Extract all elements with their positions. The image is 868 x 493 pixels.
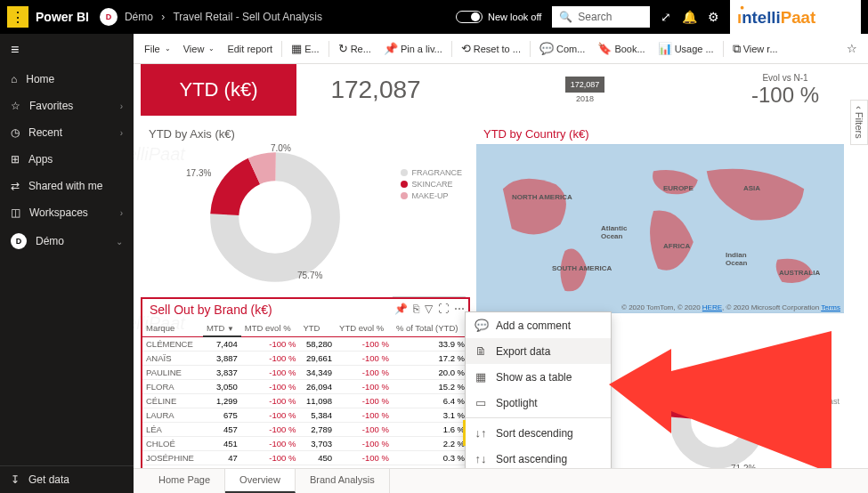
ctx-spotlight[interactable]: ▭Spotlight (466, 390, 611, 416)
new-look-toggle[interactable]: New look off (456, 11, 541, 23)
view-related-button[interactable]: ⧉View r... (727, 38, 783, 60)
col-mtd[interactable]: MTD ▼ (203, 320, 241, 336)
ytd-by-country-visual[interactable]: YTD by Country (k€) NORTH AMERICA SOUTH … (475, 123, 845, 327)
refresh-button[interactable]: ↻Re... (333, 38, 377, 59)
sidebar-item-demo[interactable]: D Démo ⌄ (0, 226, 134, 256)
table-row[interactable]: LÉA457-100 %2,789-100 %1.6 % (142, 423, 468, 437)
usage-button[interactable]: 📊Usage ... (653, 38, 719, 59)
kpi-ytd-value[interactable]: 172,087 (300, 64, 451, 116)
app-launcher-icon[interactable]: ⋮⋮⋮ (7, 6, 28, 28)
search-input[interactable]: 🔍 Search (552, 6, 650, 28)
sidebar-item-apps[interactable]: ⊞Apps (0, 146, 134, 173)
brand-table[interactable]: MarqueMTD ▼MTD evol %YTDYTD evol %% of T… (142, 320, 468, 468)
ctx-show-table[interactable]: ▦Show as a table (466, 364, 611, 390)
sell-out-by-brand-visual[interactable]: Sell Out by Brand (k€) 📌 ⎘ ▽ ⛶ ⋯ MarqueM… (141, 297, 470, 468)
ctx-sort-asc[interactable]: ↑↓Sort ascending (466, 446, 611, 468)
nav-icon: ◫ (11, 206, 20, 219)
report-toolbar: File⌄ View⌄ Edit report ▦E... ↻Re... 📌Pi… (134, 34, 868, 64)
kpi-ytd-label[interactable]: YTD (k€) (141, 64, 296, 116)
col--of-total-ytd-[interactable]: % of Total (YTD) (393, 320, 468, 336)
ctx-sort-desc[interactable]: ↓↑Sort descending (463, 420, 611, 446)
pin-visual-icon[interactable]: 📌 (394, 303, 408, 315)
fullscreen-icon[interactable]: ⤢ (661, 10, 671, 24)
filter-visual-icon[interactable]: ▽ (425, 303, 433, 315)
more-options-icon[interactable]: ⋯ (454, 303, 465, 315)
settings-icon[interactable]: ⚙ (708, 10, 719, 24)
chevron-right-icon: › (120, 101, 123, 111)
ctx-export-data[interactable]: 🗎Export data (466, 338, 611, 364)
favorite-button[interactable]: ☆ (841, 38, 863, 59)
table-row[interactable]: FLORA3,050-100 %26,094-100 %15.2 % (142, 380, 468, 394)
edit-report-button[interactable]: Edit report (222, 40, 278, 58)
export-icon: 🗎 (475, 344, 487, 358)
bookmark-button[interactable]: 🔖Book... (592, 38, 650, 59)
copy-visual-icon[interactable]: ⎘ (413, 303, 419, 315)
table-row[interactable]: PAULINE3,837-100 %34,349-100 %20.0 % (142, 366, 468, 380)
notifications-icon[interactable]: 🔔 (682, 10, 697, 24)
nav-sidebar: ≡ ⌂Home☆Favorites›◷Recent›⊞Apps⇄Shared w… (0, 34, 134, 493)
nav-icon: ◷ (11, 126, 20, 139)
year-slicer[interactable]: 172,087 2018 (563, 64, 607, 116)
view-menu[interactable]: View⌄ (178, 40, 221, 58)
visual-context-menu: 💬Add a comment 🗎Export data ▦Show as a t… (465, 311, 612, 468)
related-icon: ⧉ (733, 42, 741, 56)
page-tab-overview[interactable]: Overview (225, 469, 296, 493)
filters-pane-toggle[interactable]: ‹ Filters (850, 100, 868, 145)
sidebar-item-workspaces[interactable]: ◫Workspaces› (0, 199, 134, 226)
map-chart[interactable]: NORTH AMERICA SOUTH AMERICA EUROPE AFRIC… (476, 144, 844, 313)
ctx-add-comment[interactable]: 💬Add a comment (466, 312, 611, 338)
table-row[interactable]: JOSÉPHINE47-100 %450-100 %0.3 % (142, 451, 468, 465)
page-tabs: Home Page Overview Brand Analysis (134, 468, 868, 493)
workspace-avatar[interactable]: D (100, 8, 118, 26)
col-ytd-evol-[interactable]: YTD evol % (336, 320, 393, 336)
nav-icon: ⇄ (11, 180, 20, 192)
chevron-right-icon: › (120, 128, 123, 138)
sidebar-item-recent[interactable]: ◷Recent› (0, 119, 134, 146)
intellipaat-logo: ıntelliPaat (730, 0, 861, 34)
chevron-left-icon: ‹ (854, 106, 864, 109)
sidebar-item-shared-with-me[interactable]: ⇄Shared with me (0, 173, 134, 199)
comment-icon: 💬 (475, 319, 487, 332)
table-row[interactable]: CÉLINE1,299-100 %11,098-100 %6.4 % (142, 394, 468, 408)
pin-button[interactable]: 📌Pin a liv... (378, 38, 448, 59)
file-menu[interactable]: File⌄ (139, 40, 176, 58)
col-mtd-evol-[interactable]: MTD evol % (241, 320, 300, 336)
comment-icon: 💬 (539, 42, 554, 55)
col-marque[interactable]: Marque (142, 320, 203, 336)
workspace-avatar-small: D (11, 233, 27, 249)
bookmark-icon: 🔖 (597, 42, 612, 55)
table-row[interactable]: CHLOÉ451-100 %3,703-100 %2.2 % (142, 437, 468, 451)
download-icon: ↧ (11, 473, 20, 486)
donut-chart[interactable] (208, 150, 342, 284)
table-row[interactable]: FLORENCE25-100 %279-100 %0.2 % (142, 465, 468, 469)
table-row[interactable]: ANAÏS3,887-100 %29,661-100 %17.2 % (142, 352, 468, 366)
nav-icon: ⌂ (11, 73, 17, 85)
region-donut-visual[interactable]: 71.2% Europe Middle East Africa India (641, 349, 844, 468)
usage-icon: 📊 (658, 42, 672, 55)
kpi-evol[interactable]: Evol vs N-1 -100 % (718, 64, 852, 116)
chevron-right-icon: › (120, 208, 123, 218)
breadcrumb: Démo › Travel Retail - Sell Out Analysis (125, 11, 322, 23)
page-tab-brand[interactable]: Brand Analysis (296, 469, 390, 493)
reset-icon: ⟲ (461, 42, 471, 55)
toggle-switch-icon[interactable] (456, 11, 483, 23)
sidebar-get-data[interactable]: ↧ Get data (0, 465, 134, 493)
sort-asc-icon: ↑↓ (475, 452, 487, 465)
explore-button[interactable]: ▦E... (286, 38, 325, 59)
page-tab-home[interactable]: Home Page (144, 469, 225, 493)
chevron-down-icon: ⌄ (116, 237, 123, 246)
comment-button[interactable]: 💬Com... (534, 38, 590, 59)
app-name: Power BI (36, 10, 89, 24)
sidebar-item-favorites[interactable]: ☆Favorites› (0, 93, 134, 119)
table-row[interactable]: CLÉMENCE7,404-100 %58,280-100 %33.9 % (142, 336, 468, 352)
focus-mode-icon[interactable]: ⛶ (438, 303, 449, 315)
table-row[interactable]: LAURA675-100 %5,384-100 %3.1 % (142, 408, 468, 423)
donut-chart-2[interactable] (669, 372, 767, 468)
sidebar-item-home[interactable]: ⌂Home (0, 66, 134, 93)
col-ytd[interactable]: YTD (299, 320, 336, 336)
sidebar-collapse-button[interactable]: ≡ (0, 34, 134, 66)
ytd-by-axis-visual[interactable]: YTD by Axis (k€) 7.0% 17.3% 75.7% FRAGRA… (141, 123, 470, 292)
svg-point-1 (741, 6, 744, 10)
pin-icon: 📌 (384, 42, 398, 55)
reset-button[interactable]: ⟲Reset to ... (456, 38, 526, 59)
